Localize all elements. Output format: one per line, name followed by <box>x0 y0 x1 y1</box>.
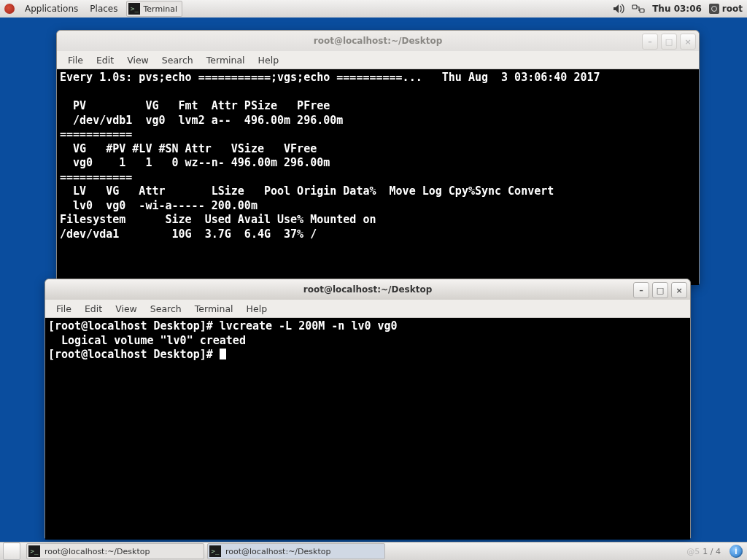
terminal-icon: >_ <box>209 545 221 557</box>
window-title: root@localhost:~/Desktop <box>57 36 699 46</box>
menu-terminal[interactable]: Terminal <box>188 303 240 314</box>
workspace-indicator[interactable]: @5 1 / 4 <box>686 547 725 556</box>
terminal-menubar: File Edit View Search Terminal Help <box>57 51 699 69</box>
volume-icon[interactable] <box>613 4 624 14</box>
bottom-panel: >_ root@localhost:~/Desktop >_ root@loca… <box>0 542 747 560</box>
taskbar-item-label: root@localhost:~/Desktop <box>44 547 150 556</box>
desktop: http://bl assinator root@localhost:~/Des… <box>0 18 747 542</box>
close-button[interactable]: × <box>671 282 687 298</box>
menu-places[interactable]: Places <box>84 4 123 14</box>
terminal-output[interactable]: Every 1.0s: pvs;echo ===========;vgs;ech… <box>57 69 699 285</box>
terminal-window-2[interactable]: root@localhost:~/Desktop – □ × File Edit… <box>44 279 691 539</box>
taskbar-item-1[interactable]: >_ root@localhost:~/Desktop <box>26 543 204 559</box>
terminal-icon: >_ <box>28 545 40 557</box>
minimize-button[interactable]: – <box>633 282 649 298</box>
menu-terminal[interactable]: Terminal <box>200 55 252 66</box>
maximize-button[interactable]: □ <box>661 34 677 50</box>
minimize-button[interactable]: – <box>642 34 658 50</box>
terminal-menubar: File Edit View Search Terminal Help <box>45 300 690 318</box>
top-panel: Applications Places >_ Terminal Thu 03:0… <box>0 0 747 18</box>
menu-file[interactable]: File <box>61 55 90 66</box>
titlebar[interactable]: root@localhost:~/Desktop – □ × <box>45 279 690 300</box>
system-tray: Thu 03:06 root <box>605 4 747 14</box>
notification-icon[interactable]: i <box>729 545 743 558</box>
menu-help[interactable]: Help <box>240 303 274 314</box>
terminal-icon: >_ <box>128 3 140 15</box>
window-title: root@localhost:~/Desktop <box>45 284 690 295</box>
terminal-window-1[interactable]: root@localhost:~/Desktop – □ × File Edit… <box>56 30 700 284</box>
user-menu[interactable]: root <box>709 4 743 14</box>
titlebar[interactable]: root@localhost:~/Desktop – □ × <box>57 31 699 51</box>
network-icon[interactable] <box>632 4 645 14</box>
menu-file[interactable]: File <box>50 303 78 314</box>
menu-help[interactable]: Help <box>252 55 286 66</box>
menu-view[interactable]: View <box>109 303 144 314</box>
svg-rect-0 <box>632 5 637 9</box>
panel-task-terminal[interactable]: >_ Terminal <box>126 1 182 17</box>
power-icon <box>709 4 719 14</box>
menu-edit[interactable]: Edit <box>90 55 120 66</box>
menu-search[interactable]: Search <box>155 55 200 66</box>
menu-edit[interactable]: Edit <box>78 303 109 314</box>
menu-view[interactable]: View <box>120 55 155 66</box>
menu-search[interactable]: Search <box>144 303 188 314</box>
svg-rect-1 <box>640 9 644 12</box>
cursor <box>220 349 226 359</box>
taskbar-item-2[interactable]: >_ root@localhost:~/Desktop <box>207 543 385 559</box>
maximize-button[interactable]: □ <box>652 282 668 298</box>
user-label: root <box>722 4 743 14</box>
close-button[interactable]: × <box>680 34 696 50</box>
menu-applications[interactable]: Applications <box>19 4 84 14</box>
panel-task-label: Terminal <box>143 4 177 14</box>
distro-icon <box>4 4 15 14</box>
clock[interactable]: Thu 03:06 <box>652 4 702 14</box>
terminal-output[interactable]: [root@localhost Desktop]# lvcreate -L 20… <box>45 318 690 540</box>
show-desktop-button[interactable] <box>3 542 20 560</box>
taskbar-item-label: root@localhost:~/Desktop <box>225 547 330 556</box>
